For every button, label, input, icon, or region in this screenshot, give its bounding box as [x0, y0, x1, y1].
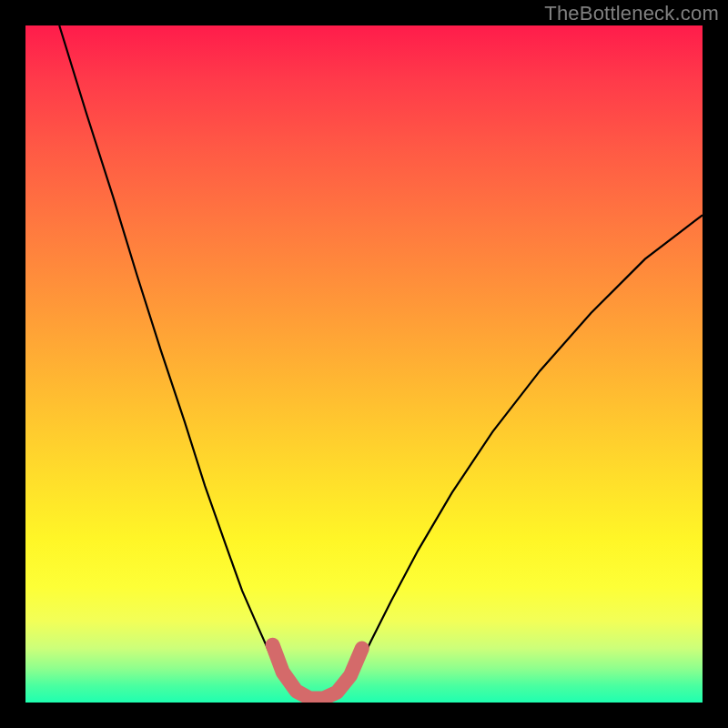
curve-layer	[25, 25, 703, 703]
plot-area	[25, 25, 703, 703]
right-curve-path	[344, 215, 703, 693]
watermark-text: TheBottleneck.com	[544, 2, 719, 25]
left-curve-path	[59, 25, 296, 696]
thick-bottom-path	[273, 645, 362, 699]
chart-stage: TheBottleneck.com	[0, 0, 728, 728]
